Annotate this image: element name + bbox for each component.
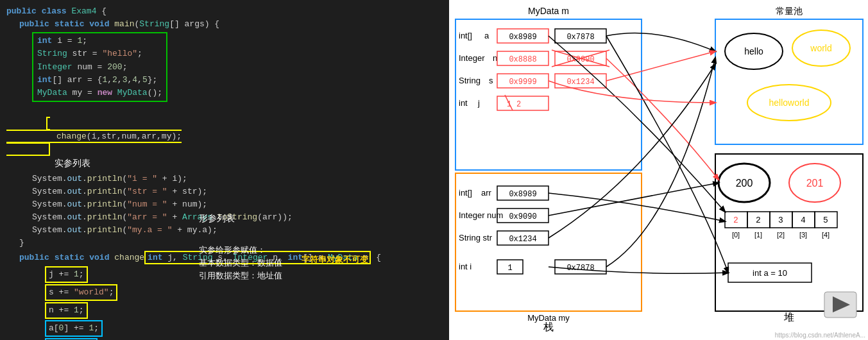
- code-line-int-i: int i = 1;: [37, 35, 162, 47]
- var-n: n: [493, 53, 497, 63]
- idx-4: [4]: [822, 231, 830, 239]
- heap-label: 堆: [783, 312, 794, 323]
- a0-plus-line: a[0] += 1;: [45, 320, 443, 337]
- type-int-arr: int[]: [459, 188, 472, 198]
- const-world: world: [810, 43, 831, 53]
- addr-0x9090-n: 0x9090: [566, 55, 594, 64]
- stack-label: 栈: [543, 321, 554, 332]
- n-plus-line: n += 1;: [45, 302, 443, 319]
- println-arr: System.out.println("arr = " + Arrays.toS…: [32, 211, 443, 224]
- val-2-j: 2: [516, 100, 521, 109]
- addr-0x7878-i: 0x7878: [566, 264, 594, 273]
- assign-note: 实参给形参赋值：: [199, 244, 266, 257]
- println-str: System.out.println("str = " + str);: [32, 185, 443, 198]
- type-string-s: String: [459, 76, 481, 85]
- watermark: https://blog.csdn.net/AthleneA...: [775, 332, 865, 339]
- type-integer-n: Integer: [459, 53, 485, 63]
- main-container: public class Exam4 { public static void …: [0, 0, 868, 340]
- idx-2: [2]: [777, 231, 785, 239]
- println-my: System.out.println("my.a = " + my.a);: [32, 224, 443, 237]
- addr-0x8989-top: 0x8989: [509, 33, 536, 42]
- mydata-my-label: MyData my: [527, 313, 570, 323]
- code-panel: public class Exam4 { public static void …: [0, 0, 449, 340]
- var-j: j: [477, 98, 480, 108]
- arr-3: 4: [801, 216, 806, 225]
- primitive-note: 基本数据类型：数据值: [199, 257, 282, 269]
- addr-0x1234-str: 0x1234: [509, 235, 536, 244]
- code-line-2: public static void main(String[] args) {: [19, 18, 443, 31]
- formal-params-label: 形参列表: [199, 212, 235, 226]
- constant-pool-label: 常量池: [776, 6, 803, 16]
- actual-params-label: 实参列表: [55, 158, 90, 168]
- diagram-svg: MyData m 常量池 堆 栈 MyData my int[] a 0x898…: [449, 0, 868, 340]
- addr-0x8888: 0x8888: [509, 55, 536, 64]
- heap-201: 201: [806, 178, 824, 189]
- addr-0x1234-s: 0x1234: [566, 78, 594, 87]
- addr-0x8989-arr: 0x8989: [509, 190, 536, 199]
- const-hello: hello: [744, 46, 763, 56]
- idx-3: [3]: [799, 231, 807, 239]
- int-a-10: int a = 10: [753, 268, 787, 278]
- addr-0x7878-top: 0x7878: [566, 33, 594, 42]
- println-i: System.out.println("i = " + i);: [32, 173, 443, 185]
- addr-0x9090-num: 0x9090: [509, 212, 536, 221]
- code-line-mydata: MyData my = new MyData();: [37, 87, 162, 99]
- diagram-panel: MyData m 常量池 堆 栈 MyData my int[] a 0x898…: [449, 0, 868, 340]
- code-line-int-arr: int[] arr = {1,2,3,4,5};: [37, 74, 162, 87]
- idx-1: [1]: [754, 231, 762, 239]
- println-num: System.out.println("num = " + num);: [32, 198, 443, 211]
- arr-2: 3: [778, 216, 783, 225]
- type-int-j: int: [459, 98, 468, 108]
- heap-200: 200: [736, 178, 753, 189]
- type-string-str: String str: [459, 233, 493, 242]
- arr-0: 2: [733, 216, 738, 225]
- code-line-integer-num: Integer num = 200;: [37, 61, 162, 74]
- const-helloworld: helloworld: [769, 98, 809, 108]
- arr-4: 5: [823, 216, 828, 225]
- var-a: a: [484, 31, 489, 40]
- code-line-string-str: String str = "hello";: [37, 47, 162, 60]
- idx-0: [0]: [732, 231, 740, 239]
- code-line-1: public class Exam4 {: [6, 5, 443, 18]
- val-1-i: 1: [507, 264, 512, 273]
- string-immutable-note: 字符串对象不可变: [302, 253, 368, 266]
- green-highlight-block: int i = 1; String str = "hello"; Integer…: [32, 32, 167, 102]
- addr-0x9999: 0x9999: [509, 78, 536, 87]
- var-arr: arr: [481, 188, 492, 198]
- s-plus-line: s += "world";: [45, 284, 443, 301]
- type-int-i: int i: [459, 262, 472, 271]
- arr-1: 2: [756, 216, 761, 225]
- type-int-arr-a: int[]: [459, 31, 472, 40]
- change-call-line: change(i,str,num,arr,my); 实参列表: [6, 105, 443, 171]
- type-integer-num: Integer num: [459, 210, 503, 220]
- reference-note: 引用数据类型：地址值: [199, 269, 282, 282]
- var-s: s: [489, 76, 493, 85]
- mydata-m-label: MyData m: [528, 6, 569, 16]
